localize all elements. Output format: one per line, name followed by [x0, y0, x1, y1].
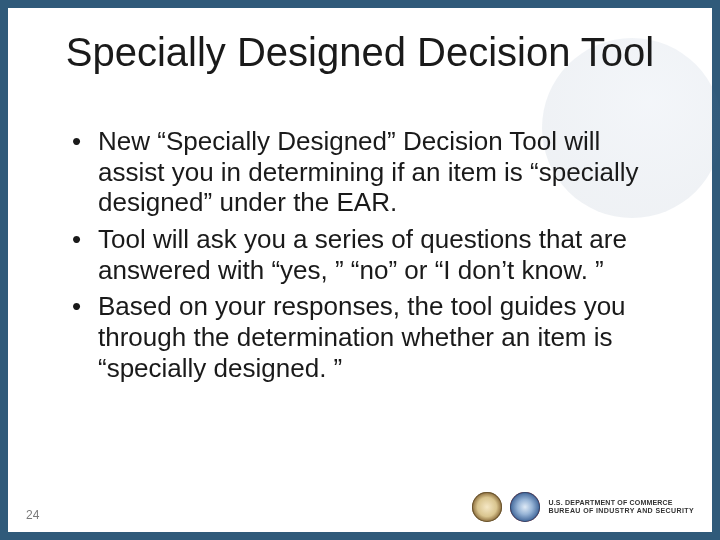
- footer-text: U.S. DEPARTMENT OF COMMERCE BUREAU OF IN…: [548, 499, 694, 515]
- slide-body: New “Specially Designed” Decision Tool w…: [68, 126, 666, 389]
- bis-seal-icon: [510, 492, 540, 522]
- bullet-item: Based on your responses, the tool guides…: [68, 291, 666, 383]
- slide-canvas: Specially Designed Decision Tool New “Sp…: [8, 8, 712, 532]
- slide-title: Specially Designed Decision Tool: [8, 30, 712, 75]
- commerce-seal-icon: [472, 492, 502, 522]
- bullet-item: New “Specially Designed” Decision Tool w…: [68, 126, 666, 218]
- slide-frame: Specially Designed Decision Tool New “Sp…: [0, 0, 720, 540]
- page-number: 24: [26, 508, 39, 522]
- footer-line-2: BUREAU OF INDUSTRY AND SECURITY: [548, 507, 694, 515]
- bullet-item: Tool will ask you a series of questions …: [68, 224, 666, 285]
- footer-line-1: U.S. DEPARTMENT OF COMMERCE: [548, 499, 694, 507]
- bullet-text: Tool will ask you a series of questions …: [98, 224, 627, 285]
- bullet-text: Based on your responses, the tool guides…: [98, 291, 626, 382]
- bullet-list: New “Specially Designed” Decision Tool w…: [68, 126, 666, 383]
- footer-branding: U.S. DEPARTMENT OF COMMERCE BUREAU OF IN…: [472, 492, 694, 522]
- bullet-text: New “Specially Designed” Decision Tool w…: [98, 126, 638, 217]
